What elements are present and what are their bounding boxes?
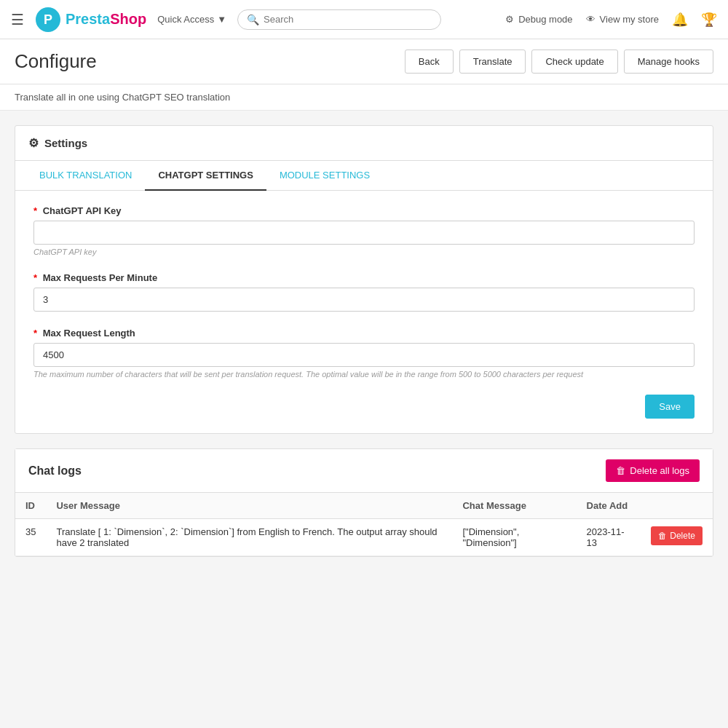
max-request-length-group: * Max Request Length The maximum number … <box>33 328 695 379</box>
trophy-icon[interactable]: 🏆 <box>701 12 717 28</box>
settings-card-header: ⚙ Settings <box>15 126 713 161</box>
view-my-store-item[interactable]: 👁 View my store <box>586 14 659 25</box>
chat-logs-table-container: ID User Message Chat Message Date Add 35… <box>15 493 713 556</box>
tab-chatgpt-settings[interactable]: CHATGPT SETTINGS <box>145 161 266 191</box>
max-request-length-required-star: * <box>33 328 37 339</box>
max-requests-required-star: * <box>33 272 37 283</box>
main-content: ⚙ Settings BULK TRANSLATION CHATGPT SETT… <box>0 111 728 586</box>
navbar: ☰ P PrestaShop Quick Access ▼ 🔍 ⚙ Debug … <box>0 0 728 39</box>
col-user-message: User Message <box>46 493 452 519</box>
settings-title: Settings <box>44 137 87 149</box>
api-key-group: * ChatGPT API Key ChatGPT API key <box>33 205 695 256</box>
api-key-required-star: * <box>33 205 37 216</box>
svg-text:P: P <box>44 12 52 27</box>
chat-logs-title: Chat logs <box>28 464 82 478</box>
view-my-store-label: View my store <box>600 14 659 25</box>
debug-icon: ⚙ <box>505 14 514 25</box>
row-actions: 🗑 Delete <box>641 519 713 556</box>
debug-mode-item[interactable]: ⚙ Debug mode <box>505 14 572 25</box>
max-request-length-label: * Max Request Length <box>33 328 695 339</box>
check-update-button[interactable]: Check update <box>531 50 617 74</box>
chat-logs-table: ID User Message Chat Message Date Add 35… <box>15 493 713 556</box>
page-title: Configure <box>15 50 97 73</box>
delete-all-logs-button[interactable]: 🗑 Delete all logs <box>606 459 700 482</box>
row-user-message: Translate [ 1: `Dimension`, 2: `Dimensio… <box>46 519 452 556</box>
row-id: 35 <box>15 519 46 556</box>
row-chat-message: ["Dimension", "Dimension"] <box>452 519 576 556</box>
logo-text: PrestaShop <box>66 11 146 28</box>
max-request-length-input[interactable] <box>33 343 695 367</box>
table-row: 35 Translate [ 1: `Dimension`, 2: `Dimen… <box>15 519 713 556</box>
api-key-label: * ChatGPT API Key <box>33 205 695 216</box>
form-actions: Save <box>33 395 695 419</box>
bell-icon[interactable]: 🔔 <box>672 12 688 28</box>
logo: P PrestaShop <box>35 7 146 33</box>
settings-gear-icon: ⚙ <box>28 136 39 150</box>
settings-tabs: BULK TRANSLATION CHATGPT SETTINGS MODULE… <box>15 161 713 191</box>
trash-row-icon: 🗑 <box>658 531 667 541</box>
col-chat-message: Chat Message <box>452 493 576 519</box>
subtitle-text: Translate all in one using ChatGPT SEO t… <box>15 92 230 103</box>
trash-icon: 🗑 <box>616 465 625 476</box>
col-id: ID <box>15 493 46 519</box>
quick-access-menu[interactable]: Quick Access ▼ <box>157 14 226 25</box>
chevron-down-icon: ▼ <box>217 14 226 25</box>
col-actions <box>641 493 713 519</box>
back-button[interactable]: Back <box>405 50 454 74</box>
delete-row-button[interactable]: 🗑 Delete <box>651 526 703 545</box>
chat-logs-table-body: 35 Translate [ 1: `Dimension`, 2: `Dimen… <box>15 519 713 556</box>
prestashop-logo-icon: P <box>35 7 61 33</box>
search-input[interactable] <box>264 14 432 25</box>
quick-access-label: Quick Access <box>157 14 214 25</box>
page-subtitle: Translate all in one using ChatGPT SEO t… <box>0 84 728 111</box>
page-header: Configure Back Translate Check update Ma… <box>0 39 728 84</box>
eye-icon: 👁 <box>586 14 596 25</box>
table-header-row: ID User Message Chat Message Date Add <box>15 493 713 519</box>
manage-hooks-button[interactable]: Manage hooks <box>624 50 713 74</box>
tab-module-settings[interactable]: MODULE SETTINGS <box>266 161 383 191</box>
max-requests-group: * Max Requests Per Minute <box>33 272 695 312</box>
settings-card: ⚙ Settings BULK TRANSLATION CHATGPT SETT… <box>15 125 713 434</box>
chat-logs-header: Chat logs 🗑 Delete all logs <box>15 449 713 493</box>
tab-bulk-translation[interactable]: BULK TRANSLATION <box>26 161 145 191</box>
save-button[interactable]: Save <box>645 395 695 419</box>
col-date-add: Date Add <box>577 493 641 519</box>
max-requests-input[interactable] <box>33 288 695 312</box>
max-requests-label: * Max Requests Per Minute <box>33 272 695 283</box>
chat-logs-card: Chat logs 🗑 Delete all logs ID User Mess… <box>15 448 713 557</box>
debug-mode-label: Debug mode <box>518 14 572 25</box>
max-request-length-hint: The maximum number of characters that wi… <box>33 370 695 379</box>
search-bar[interactable]: 🔍 <box>237 9 441 30</box>
hamburger-icon[interactable]: ☰ <box>11 11 24 28</box>
chatgpt-settings-form: * ChatGPT API Key ChatGPT API key * Max … <box>15 191 713 433</box>
page-header-actions: Back Translate Check update Manage hooks <box>405 50 713 74</box>
translate-button[interactable]: Translate <box>459 50 526 74</box>
settings-card-body: BULK TRANSLATION CHATGPT SETTINGS MODULE… <box>15 161 713 433</box>
api-key-input[interactable] <box>33 221 695 245</box>
api-key-hint: ChatGPT API key <box>33 248 695 256</box>
chat-logs-table-head: ID User Message Chat Message Date Add <box>15 493 713 519</box>
search-icon: 🔍 <box>247 14 259 25</box>
row-date-add: 2023-11-13 <box>577 519 641 556</box>
navbar-right: ⚙ Debug mode 👁 View my store 🔔 🏆 <box>505 12 717 28</box>
